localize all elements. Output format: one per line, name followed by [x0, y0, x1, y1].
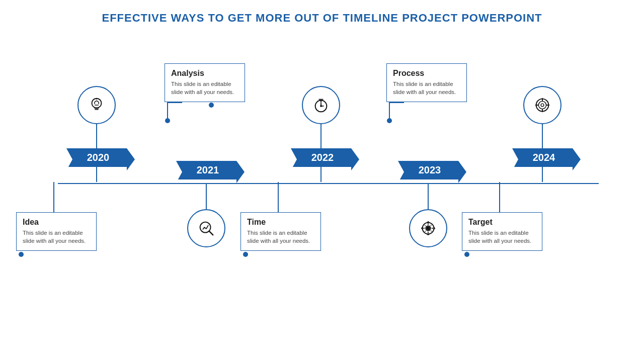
icon-bottom-2021 [164, 184, 249, 247]
stopwatch-icon [302, 86, 340, 124]
vline-l-2024 [499, 182, 500, 212]
slide: EFFECTIVE WAYS TO GET MORE OUT OF TIMELI… [0, 0, 644, 362]
bottom-2022: Time This slide is an editable slide wit… [276, 167, 366, 258]
desc-2022: This slide is an editable slide with all… [247, 229, 314, 245]
timeline-item-2022: 2022 Time This slide is an editable slid… [276, 33, 366, 258]
textbox-area-2023: Process This slide is an editable slide … [386, 63, 467, 123]
hline-2023 [389, 102, 404, 103]
svg-point-0 [92, 98, 102, 108]
vline-mid-2024 [542, 167, 543, 182]
svg-point-10 [320, 105, 322, 107]
year-label-2020: 2020 [66, 148, 127, 167]
vline-icon-2021 [206, 184, 207, 209]
vline-mid-2022 [320, 167, 321, 182]
dot-connect-2021 [165, 118, 170, 123]
label-2022: Time [247, 218, 314, 227]
dot-connect-2023 [387, 118, 392, 123]
timeline-item-2021: Analysis This slide is an editable slide… [164, 33, 259, 108]
hline-2021 [167, 102, 182, 103]
year-label-2021: 2021 [176, 161, 236, 179]
desc-2023: This slide is an editable slide with all… [393, 80, 460, 97]
vline-bottom-2020 [96, 167, 97, 182]
vline-top-2020 [96, 124, 97, 148]
textbox-2022: Time This slide is an editable slide wit… [240, 212, 321, 251]
vline-top-2022 [320, 124, 321, 148]
year-label-2023: 2023 [398, 161, 458, 179]
textbox-2020: Idea This slide is an editable slide wit… [16, 212, 97, 251]
gear-icon [409, 209, 447, 247]
textbox-2023: Process This slide is an editable slide … [386, 63, 467, 102]
textbox-2024: Target This slide is an editable slide w… [462, 212, 542, 251]
icon-bottom-2023 [385, 184, 471, 247]
textbox-2021: Analysis This slide is an editable slide… [165, 63, 245, 102]
year-label-2024: 2024 [512, 148, 573, 167]
slide-title: EFFECTIVE WAYS TO GET MORE OUT OF TIMELI… [30, 9, 614, 26]
timeline-item-2024: 2024 Target This slide is an editable sl… [497, 33, 588, 258]
desc-2020: This slide is an editable slide with all… [23, 229, 90, 245]
dot-bottom-2020 [19, 252, 24, 257]
svg-point-16 [541, 104, 544, 107]
vline-top-2024 [542, 124, 543, 148]
bottom-connector-2020: Idea This slide is an editable slide wit… [51, 167, 142, 258]
label-2023: Process [393, 69, 460, 78]
textbox-area-2021: Analysis This slide is an editable slide… [165, 63, 245, 123]
vline-2021 [167, 103, 168, 118]
bottom-2024: Target This slide is an editable slide w… [497, 167, 588, 258]
desc-2024: This slide is an editable slide with all… [468, 229, 536, 245]
icon-section-2020 [51, 86, 142, 148]
year-badge-2020: 2020 [51, 148, 142, 167]
vline-l-2022 [278, 182, 279, 212]
dot-bottom-2024 [464, 252, 469, 257]
vline-2023 [389, 103, 390, 118]
dot-bottom-2022 [243, 252, 248, 257]
year-label-2022: 2022 [291, 148, 351, 167]
desc-2021: This slide is an editable slide with all… [171, 80, 238, 97]
timeline-item-2020: 2020 Idea This slide is an editable slid… [51, 33, 142, 258]
target-icon [523, 86, 561, 124]
vline-l-2020 [53, 182, 54, 212]
label-2020: Idea [23, 218, 90, 227]
vline-icon-2023 [428, 184, 429, 209]
label-2021: Analysis [171, 69, 238, 78]
svg-point-15 [538, 101, 546, 109]
label-2024: Target [468, 218, 536, 227]
analytics-icon [187, 209, 225, 247]
svg-point-13 [426, 226, 430, 230]
svg-line-4 [209, 231, 213, 235]
year-badge-2021: 2021 [164, 161, 249, 179]
lightbulb-icon [77, 86, 116, 124]
